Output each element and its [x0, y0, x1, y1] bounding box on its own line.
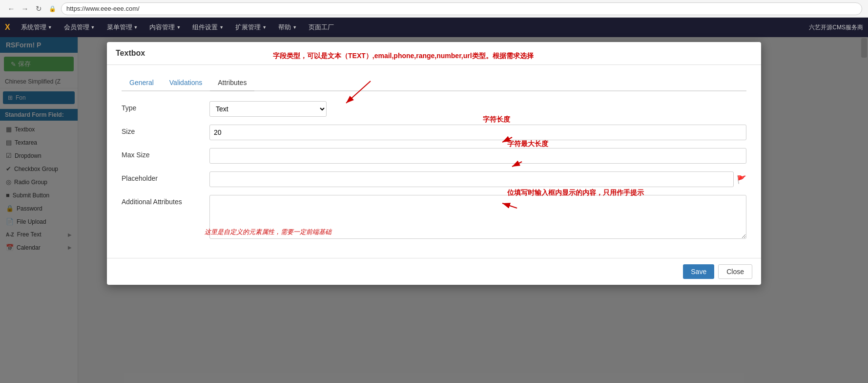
type-label: Type — [122, 101, 209, 112]
top-nav-right-text: 六艺开源CMS服务商 — [809, 23, 863, 32]
form-row-placeholder: Placeholder 🚩 — [122, 171, 746, 187]
max-size-control — [209, 148, 746, 164]
dialog-title: Textbox — [107, 42, 761, 65]
save-button[interactable]: Save — [683, 264, 714, 279]
additional-attributes-label: Additional Attributes — [122, 195, 209, 206]
close-button[interactable]: Close — [718, 264, 752, 279]
browser-navigation: ← → ↻ — [6, 3, 44, 14]
url-bar[interactable] — [61, 2, 862, 15]
chevron-down-icon: ▼ — [134, 25, 138, 30]
form-row-additional-attributes: Additional Attributes — [122, 195, 746, 240]
chevron-down-icon: ▼ — [292, 25, 297, 30]
additional-attributes-control — [209, 195, 746, 240]
browser-bar: ← → ↻ 🔒 — [0, 0, 868, 18]
placeholder-input[interactable] — [209, 171, 734, 187]
size-label: Size — [122, 125, 209, 135]
form-row-type: Type Text email phone range number url — [122, 101, 746, 117]
type-control: Text email phone range number url — [209, 101, 746, 117]
tab-validations[interactable]: Validations — [162, 75, 210, 91]
size-input[interactable] — [209, 125, 746, 140]
tab-general[interactable]: General — [122, 75, 162, 91]
flag-icon[interactable]: 🚩 — [737, 175, 746, 184]
additional-attributes-textarea[interactable] — [209, 195, 746, 239]
dialog-overlay: Textbox General Validations Attributes T… — [0, 37, 868, 383]
nav-content-management[interactable]: 内容管理 ▼ — [145, 21, 186, 34]
refresh-button[interactable]: ↻ — [33, 3, 44, 14]
top-navigation: X 系统管理 ▼ 会员管理 ▼ 菜单管理 ▼ 内容管理 ▼ 组件设置 ▼ 扩展管… — [0, 18, 868, 37]
chevron-down-icon: ▼ — [91, 25, 95, 30]
size-control — [209, 125, 746, 140]
chevron-down-icon: ▼ — [48, 25, 52, 30]
placeholder-label: Placeholder — [122, 171, 209, 182]
back-button[interactable]: ← — [6, 3, 17, 14]
chevron-down-icon: ▼ — [219, 25, 224, 30]
nav-help[interactable]: 帮助 ▼ — [273, 21, 302, 34]
placeholder-control: 🚩 — [209, 171, 746, 187]
chevron-down-icon: ▼ — [176, 25, 181, 30]
form-row-max-size: Max Size — [122, 148, 746, 164]
max-size-input[interactable] — [209, 148, 746, 164]
chevron-down-icon: ▼ — [262, 25, 267, 30]
type-select[interactable]: Text email phone range number url — [209, 101, 327, 117]
tab-attributes[interactable]: Attributes — [210, 75, 254, 91]
max-size-label: Max Size — [122, 148, 209, 159]
dialog-footer: Save Close — [107, 258, 761, 285]
nav-extension-management[interactable]: 扩展管理 ▼ — [230, 21, 271, 34]
dialog-tabs: General Validations Attributes — [122, 75, 746, 91]
dialog-body: General Validations Attributes Type Text… — [107, 65, 761, 258]
nav-member-management[interactable]: 会员管理 ▼ — [59, 21, 100, 34]
forward-button[interactable]: → — [20, 3, 30, 14]
placeholder-input-wrapper: 🚩 — [209, 171, 746, 187]
dialog-textbox: Textbox General Validations Attributes T… — [107, 42, 761, 285]
nav-system-management[interactable]: 系统管理 ▼ — [16, 21, 57, 34]
nav-page-factory[interactable]: 页面工厂 — [304, 21, 339, 34]
form-row-size: Size — [122, 125, 746, 140]
nav-component-settings[interactable]: 组件设置 ▼ — [187, 21, 228, 34]
lock-icon: 🔒 — [49, 5, 56, 12]
nav-menu-management[interactable]: 菜单管理 ▼ — [102, 21, 143, 34]
main-area: RSForm! P ✎ 保存 Chinese Simplified (Z ⊞ F… — [0, 37, 868, 383]
logo: X — [5, 23, 10, 32]
